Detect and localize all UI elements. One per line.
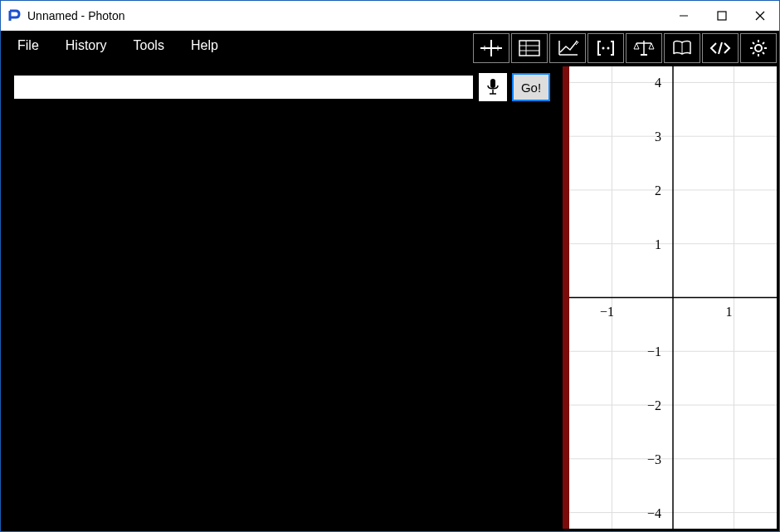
svg-point-14: [602, 47, 605, 50]
svg-text:3: 3: [655, 129, 661, 144]
svg-point-15: [607, 47, 610, 50]
gear-icon[interactable]: [740, 33, 777, 63]
svg-line-28: [763, 42, 764, 44]
titlebar: Unnamed - Photon: [1, 1, 779, 31]
menu-tools[interactable]: Tools: [134, 38, 164, 53]
axes-icon[interactable]: [473, 33, 509, 63]
brackets-icon[interactable]: [587, 33, 624, 63]
maximize-button[interactable]: [703, 1, 741, 31]
menu-history[interactable]: History: [66, 38, 107, 53]
graph-pane[interactable]: −11−4−3−2−11234: [569, 66, 777, 529]
window-controls: [665, 1, 779, 31]
svg-rect-30: [490, 79, 495, 88]
plot-icon[interactable]: [549, 33, 586, 63]
svg-text:−3: −3: [647, 452, 661, 466]
book-icon[interactable]: [664, 33, 700, 63]
mic-button[interactable]: [479, 73, 507, 101]
menu-help[interactable]: Help: [191, 38, 218, 53]
svg-text:4: 4: [655, 76, 661, 90]
svg-text:−2: −2: [647, 398, 661, 412]
go-button[interactable]: Go!: [512, 73, 550, 101]
table-icon[interactable]: [511, 33, 548, 63]
svg-text:−4: −4: [647, 506, 661, 520]
svg-line-26: [753, 42, 754, 44]
svg-line-27: [763, 52, 764, 54]
svg-text:2: 2: [655, 183, 661, 198]
toolbar: [473, 33, 777, 63]
scales-icon[interactable]: [626, 33, 662, 63]
svg-text:−1: −1: [600, 305, 614, 319]
menu-file[interactable]: File: [17, 38, 39, 53]
svg-rect-8: [519, 41, 539, 56]
expression-input[interactable]: [13, 75, 474, 100]
svg-text:1: 1: [726, 305, 733, 319]
svg-text:1: 1: [655, 237, 661, 251]
app-icon: [7, 9, 21, 22]
svg-text:−1: −1: [647, 344, 661, 359]
minimize-button[interactable]: [665, 1, 703, 31]
close-button[interactable]: [741, 1, 779, 31]
svg-line-29: [753, 52, 754, 54]
svg-rect-1: [718, 12, 726, 20]
splitter[interactable]: [563, 66, 569, 529]
svg-point-21: [755, 45, 762, 51]
input-row: Go!: [13, 73, 550, 101]
window-title: Unnamed - Photon: [27, 9, 125, 22]
svg-line-20: [719, 42, 722, 54]
cartesian-grid: −11−4−3−2−11234: [569, 66, 777, 529]
code-icon[interactable]: [702, 33, 739, 63]
